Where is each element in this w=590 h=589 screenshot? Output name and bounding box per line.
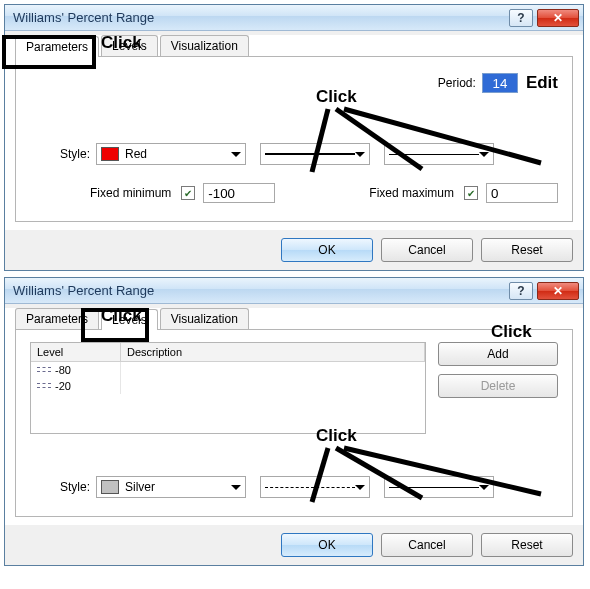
tab-levels[interactable]: Levels (101, 309, 158, 330)
reset-button[interactable]: Reset (481, 238, 573, 262)
level-desc (121, 378, 425, 394)
tab-levels[interactable]: Levels (101, 35, 158, 56)
line-width-select[interactable] (384, 476, 494, 498)
period-input[interactable] (482, 73, 518, 93)
help-button[interactable]: ? (509, 282, 533, 300)
color-swatch-red (101, 147, 119, 161)
fixed-min-input[interactable] (203, 183, 275, 203)
style-color-name: Red (125, 147, 147, 161)
tab-visualization[interactable]: Visualization (160, 308, 249, 329)
fixed-min-checkbox[interactable]: ✔ (181, 186, 195, 200)
levels-col-desc: Description (121, 343, 425, 361)
table-row[interactable]: -80 (31, 362, 425, 378)
style-color-select[interactable]: Silver (96, 476, 246, 498)
tab-parameters[interactable]: Parameters (15, 36, 99, 57)
dialog-parameters: Williams' Percent Range ? ✕ Click Parame… (4, 4, 584, 271)
ok-button[interactable]: OK (281, 238, 373, 262)
line-thin-icon (389, 487, 479, 488)
cancel-button[interactable]: Cancel (381, 533, 473, 557)
titlebar: Williams' Percent Range ? ✕ (5, 5, 583, 31)
style-label: Style: (30, 480, 90, 494)
tab-visualization[interactable]: Visualization (160, 35, 249, 56)
annotation-edit-period: Edit (526, 73, 558, 93)
ok-button[interactable]: OK (281, 533, 373, 557)
levels-col-level: Level (31, 343, 121, 361)
line-width-select[interactable] (384, 143, 494, 165)
chevron-down-icon (355, 152, 365, 157)
level-value: -80 (55, 364, 71, 376)
chevron-down-icon (479, 485, 489, 490)
fixed-min-label: Fixed minimum (90, 186, 171, 200)
tab-strip: Parameters Levels Visualization (15, 35, 573, 57)
style-color-select[interactable]: Red (96, 143, 246, 165)
tab-parameters[interactable]: Parameters (15, 308, 99, 329)
tab-panel-levels: Level Description -80 -20 Add Delete (15, 330, 573, 517)
chevron-down-icon (231, 485, 241, 490)
line-style-select[interactable] (260, 476, 370, 498)
line-dashed-icon (265, 487, 355, 488)
help-button[interactable]: ? (509, 9, 533, 27)
chevron-down-icon (479, 152, 489, 157)
level-value: -20 (55, 380, 71, 392)
close-button[interactable]: ✕ (537, 282, 579, 300)
fixed-max-label: Fixed maximum (369, 186, 454, 200)
tab-strip: Parameters Levels Visualization (15, 308, 573, 330)
button-bar: OK Cancel Reset (5, 525, 583, 565)
chevron-down-icon (231, 152, 241, 157)
color-swatch-silver (101, 480, 119, 494)
level-line-icon (37, 382, 51, 390)
chevron-down-icon (355, 485, 365, 490)
line-thin-icon (389, 154, 479, 155)
level-desc (121, 362, 425, 378)
window-title: Williams' Percent Range (13, 10, 505, 25)
line-solid-icon (265, 153, 355, 155)
fixed-max-checkbox[interactable]: ✔ (464, 186, 478, 200)
line-style-select[interactable] (260, 143, 370, 165)
fixed-max-input[interactable] (486, 183, 558, 203)
cancel-button[interactable]: Cancel (381, 238, 473, 262)
tab-panel-parameters: Period: Edit Click Style: Red (15, 57, 573, 222)
levels-table[interactable]: Level Description -80 -20 (30, 342, 426, 434)
dialog-levels: Williams' Percent Range ? ✕ Click Click … (4, 277, 584, 566)
button-bar: OK Cancel Reset (5, 230, 583, 270)
style-color-name: Silver (125, 480, 155, 494)
window-title: Williams' Percent Range (13, 283, 505, 298)
delete-button[interactable]: Delete (438, 374, 558, 398)
close-button[interactable]: ✕ (537, 9, 579, 27)
table-row[interactable]: -20 (31, 378, 425, 394)
titlebar: Williams' Percent Range ? ✕ (5, 278, 583, 304)
period-label: Period: (438, 76, 476, 90)
reset-button[interactable]: Reset (481, 533, 573, 557)
style-label: Style: (30, 147, 90, 161)
level-line-icon (37, 366, 51, 374)
add-button[interactable]: Add (438, 342, 558, 366)
